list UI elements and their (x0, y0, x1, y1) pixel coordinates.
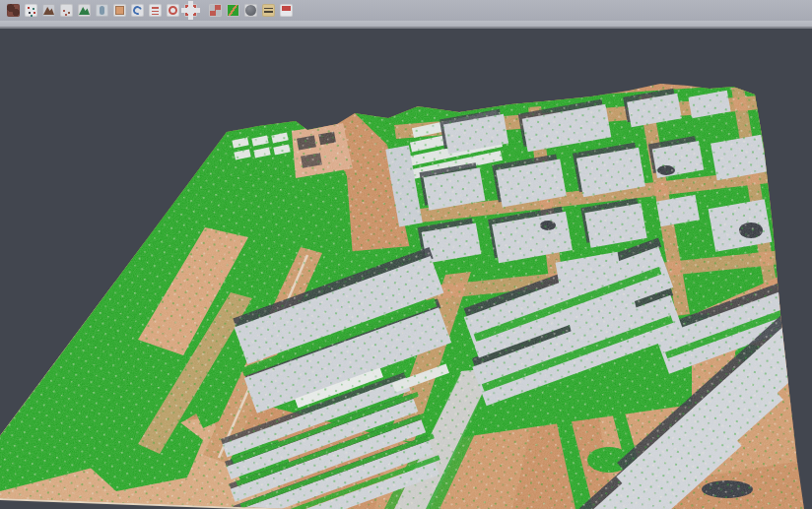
survey-marker-icon[interactable] (262, 4, 275, 17)
refresh-globe-icon[interactable] (131, 4, 144, 17)
terrain-patch-icon[interactable] (7, 4, 20, 17)
brown-hill-icon[interactable] (42, 4, 55, 17)
low-points-icon[interactable] (60, 4, 73, 17)
scene-canvas (0, 29, 812, 509)
sphere-icon[interactable] (244, 4, 257, 17)
green-hill-icon[interactable] (78, 4, 91, 17)
checker-select-icon[interactable] (209, 4, 222, 17)
red-label-icon[interactable] (280, 4, 293, 17)
red-list-icon[interactable] (149, 4, 162, 17)
red-frame-icon[interactable] (184, 4, 197, 17)
orange-tile-icon[interactable] (113, 4, 126, 17)
classification-map-icon[interactable] (227, 4, 239, 17)
column-icon[interactable] (96, 4, 108, 17)
toolbar (0, 0, 812, 21)
viewport-3d[interactable] (0, 29, 812, 509)
noise-layer (0, 68, 812, 509)
application-window (0, 0, 812, 509)
classified-points-icon[interactable] (25, 4, 37, 17)
red-circle-icon[interactable] (167, 4, 179, 17)
